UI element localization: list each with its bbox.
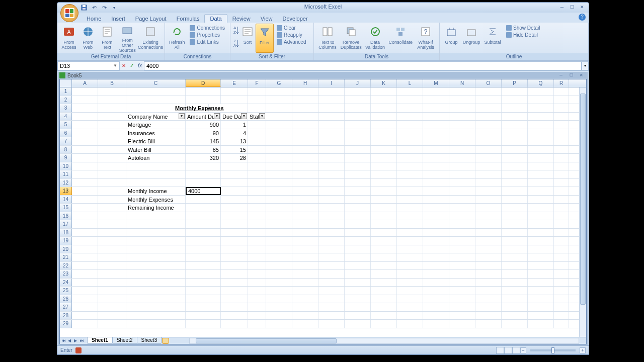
cell-H18[interactable] [292, 229, 318, 237]
cell-L15[interactable] [397, 204, 423, 212]
cell-O2[interactable] [475, 96, 502, 104]
cell-Q26[interactable] [528, 295, 554, 303]
cell-A12[interactable] [72, 179, 98, 187]
cell-K9[interactable] [371, 154, 397, 162]
cell-C12[interactable] [126, 179, 186, 187]
refresh-all-button[interactable]: Refresh All [167, 24, 187, 53]
row-header-9[interactable]: 9 [60, 154, 72, 162]
cell-L19[interactable] [397, 237, 423, 245]
horizontal-scrollbar[interactable] [189, 338, 579, 344]
cell-Q7[interactable] [528, 137, 554, 145]
cell-C14[interactable]: Monthly Expenses [126, 196, 186, 204]
cell-M10[interactable] [423, 162, 449, 170]
cell-F14[interactable] [248, 196, 266, 204]
filter-dropdown-F4[interactable]: ▼ [259, 113, 265, 119]
save-icon[interactable] [80, 4, 88, 11]
cell-I3[interactable] [318, 104, 345, 112]
cell-M21[interactable] [423, 253, 449, 261]
cell-N22[interactable] [449, 262, 475, 270]
cell-D20[interactable] [186, 245, 221, 253]
cell-N14[interactable] [449, 196, 475, 204]
cell-R6[interactable] [554, 129, 569, 137]
cell-Q18[interactable] [528, 229, 554, 237]
cell-M17[interactable] [423, 220, 449, 228]
cell-M29[interactable] [423, 320, 449, 328]
cell-P22[interactable] [502, 262, 528, 270]
row-header-4[interactable]: 4 [60, 113, 72, 121]
cell-O13[interactable] [475, 187, 502, 195]
subtotal-button[interactable]: Subtotal [482, 24, 503, 53]
cell-D2[interactable] [186, 96, 221, 104]
cell-L4[interactable] [397, 113, 423, 121]
cell-G18[interactable] [266, 229, 292, 237]
hscroll-thumb[interactable] [196, 338, 337, 343]
cell-A5[interactable] [72, 121, 98, 129]
cell-K1[interactable] [371, 87, 397, 96]
filter-dropdown-C4[interactable]: ▼ [179, 113, 185, 119]
filter-dropdown-E4[interactable]: ▼ [241, 113, 247, 119]
cell-L10[interactable] [397, 162, 423, 170]
col-header-B[interactable]: B [98, 79, 126, 87]
cell-J1[interactable] [345, 87, 371, 96]
cell-D3[interactable]: Monthly Expenses [174, 104, 209, 112]
cell-C24[interactable] [126, 279, 186, 287]
filter-dropdown-D4[interactable]: ▼ [214, 113, 220, 119]
row-header-10[interactable]: 10 [60, 162, 72, 170]
cell-D18[interactable] [186, 229, 221, 237]
cell-G14[interactable] [266, 196, 292, 204]
cell-G7[interactable] [266, 137, 292, 145]
cell-Q6[interactable] [528, 129, 554, 137]
cell-B21[interactable] [98, 253, 126, 261]
tab-insert[interactable]: Insert [106, 15, 130, 23]
cell-C20[interactable] [126, 245, 186, 253]
row-header-17[interactable]: 17 [60, 220, 72, 228]
cell-R15[interactable] [554, 204, 569, 212]
cell-D19[interactable] [186, 237, 221, 245]
cell-B28[interactable] [98, 312, 126, 320]
cell-P25[interactable] [502, 287, 528, 295]
row-header-8[interactable]: 8 [60, 146, 72, 154]
cell-A23[interactable] [72, 270, 98, 278]
cell-J17[interactable] [345, 220, 371, 228]
cell-D24[interactable] [186, 279, 221, 287]
cell-K6[interactable] [371, 129, 397, 137]
cell-C5[interactable]: Mortgage [126, 121, 186, 129]
cell-L24[interactable] [397, 279, 423, 287]
cell-I14[interactable] [318, 196, 345, 204]
cell-R2[interactable] [554, 96, 569, 104]
cell-H13[interactable] [292, 187, 318, 195]
cell-M1[interactable] [423, 87, 449, 96]
cell-F2[interactable] [248, 96, 266, 104]
text-to-columns-button[interactable]: Text to Columns [316, 24, 339, 53]
cell-L17[interactable] [397, 220, 423, 228]
cell-M16[interactable] [423, 212, 449, 220]
cell-O22[interactable] [475, 262, 502, 270]
cell-J24[interactable] [345, 279, 371, 287]
cell-B19[interactable] [98, 237, 126, 245]
sort-za-button[interactable]: ZA [232, 38, 239, 50]
tab-view[interactable]: View [256, 15, 278, 23]
cell-I28[interactable] [318, 312, 345, 320]
sheet-tab-1[interactable]: Sheet1 [87, 337, 113, 344]
insert-sheet-button[interactable] [162, 338, 169, 344]
cell-P24[interactable] [502, 279, 528, 287]
cell-A29[interactable] [72, 320, 98, 328]
cell-Q14[interactable] [528, 196, 554, 204]
expand-formula-bar-button[interactable]: ▾ [582, 61, 589, 70]
reapply-button[interactable]: Reapply [276, 32, 307, 38]
cell-R26[interactable] [554, 295, 569, 303]
col-header-N[interactable]: N [449, 79, 475, 87]
cell-I24[interactable] [318, 279, 345, 287]
cell-H7[interactable] [292, 137, 318, 145]
col-header-O[interactable]: O [475, 79, 502, 87]
cell-A17[interactable] [72, 220, 98, 228]
col-header-H[interactable]: H [292, 79, 318, 87]
cell-D22[interactable] [186, 262, 221, 270]
vertical-scrollbar[interactable] [579, 87, 586, 337]
cell-F24[interactable] [248, 279, 266, 287]
cell-Q12[interactable] [528, 179, 554, 187]
from-text-button[interactable]: From Text [98, 24, 117, 53]
cell-L27[interactable] [397, 303, 423, 311]
consolidate-button[interactable]: Consolidate [387, 24, 414, 53]
cell-P10[interactable] [502, 162, 528, 170]
